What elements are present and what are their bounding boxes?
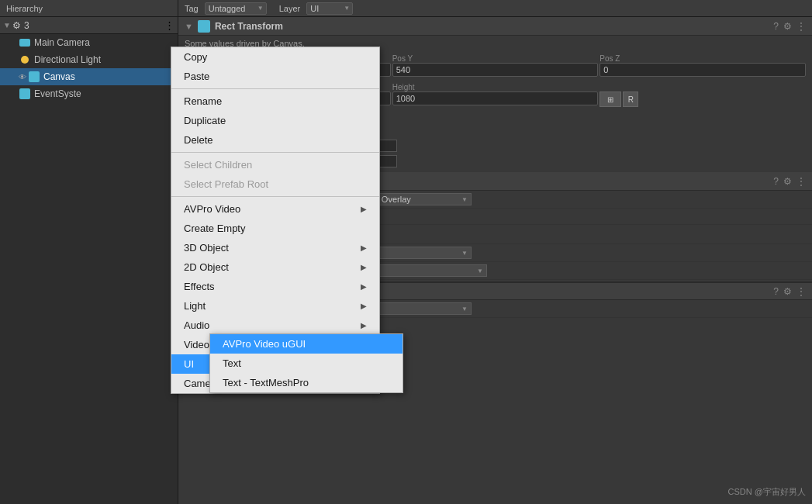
rect-transform-icon — [198, 20, 210, 33]
layer-dropdown[interactable]: UI — [306, 2, 353, 15]
scene-icon: ⚙ — [12, 20, 21, 31]
pos-z-label: Pos Z — [599, 54, 806, 63]
ctx-copy[interactable]: Copy — [171, 47, 379, 67]
hierarchy-item-canvas[interactable]: 👁 Canvas — [0, 68, 178, 85]
scene-dots-icon[interactable]: ⋮ — [164, 19, 174, 31]
ctx-2d-object[interactable]: 2D Object ▶ — [171, 257, 379, 277]
canvas-scaler-settings-icon[interactable]: ⚙ — [783, 286, 792, 297]
ctx-paste[interactable]: Paste — [171, 67, 379, 86]
ctx-avpro-video[interactable]: AVPro Video ▶ — [171, 199, 379, 219]
ctx-select-children-label: Select Children — [184, 159, 252, 171]
ctx-light[interactable]: Light ▶ — [171, 296, 379, 316]
ctx-sep-2 — [171, 152, 379, 153]
ctx-light-arrow-icon: ▶ — [361, 302, 367, 310]
ctx-rename-label: Rename — [184, 95, 222, 107]
ctx-light-label: Light — [184, 300, 206, 312]
stretch-icon: ⊞ — [607, 95, 613, 104]
height-label: Height — [392, 83, 599, 91]
canvas-cube-icon — [28, 71, 40, 83]
hierarchy-item-label: Canvas — [43, 71, 75, 82]
canvas-component-actions: ? ⚙ ⋮ — [773, 176, 806, 187]
ctx-duplicate[interactable]: Duplicate — [171, 111, 379, 130]
hierarchy-item-label: Directional Light — [34, 54, 101, 65]
submenu-item-avpro-ugui[interactable]: AVPro Video uGUI — [210, 334, 403, 354]
ctx-effects-label: Effects — [184, 281, 215, 292]
hierarchy-item-eventsystem[interactable]: EventSyste — [0, 85, 178, 102]
canvas-scaler-actions: ? ⚙ ⋮ — [773, 286, 806, 297]
hierarchy-item-label: Main Camera — [34, 37, 90, 48]
ctx-rename[interactable]: Rename — [171, 91, 379, 111]
ctx-select-children: Select Children — [171, 155, 379, 174]
pos-z-field: Pos Z 0 — [599, 54, 806, 77]
submenu-text-label: Text — [223, 357, 241, 369]
ctx-3d-object-label: 3D Object — [184, 242, 229, 254]
canvas-more-icon[interactable]: ⋮ — [796, 176, 806, 187]
rect-transform-header: ▼ Rect Transform ? ⚙ ⋮ — [178, 17, 812, 36]
ctx-duplicate-label: Duplicate — [184, 115, 226, 126]
ctx-create-empty[interactable]: Create Empty — [171, 219, 379, 238]
ctx-audio-arrow-icon: ▶ — [361, 321, 367, 330]
watermark: CSDN @宇宙好男人 — [728, 486, 806, 498]
ctx-video-label: Video — [184, 339, 209, 350]
ctx-audio-label: Audio — [184, 319, 209, 331]
reset-icon: R — [628, 95, 634, 104]
hierarchy-item-main-camera[interactable]: Main Camera — [0, 34, 178, 51]
height-field: Height 1080 — [392, 83, 599, 107]
canvas-settings-icon[interactable]: ⚙ — [783, 176, 792, 187]
ctx-select-prefab-root-label: Select Prefab Root — [184, 178, 268, 190]
canvas-scaler-more-icon[interactable]: ⋮ — [796, 286, 806, 297]
hierarchy-item-directional-light[interactable]: Directional Light — [0, 51, 178, 68]
ctx-3d-arrow-icon: ▶ — [361, 243, 367, 252]
ctx-3d-object[interactable]: 3D Object ▶ — [171, 238, 379, 257]
submenu-item-textmeshpro[interactable]: Text - TextMeshPro — [210, 373, 403, 392]
scene-arrow-icon: ▼ — [3, 21, 11, 29]
ctx-delete-label: Delete — [184, 134, 213, 146]
more-icon[interactable]: ⋮ — [796, 21, 806, 32]
ctx-select-prefab-root: Select Prefab Root — [171, 174, 379, 194]
submenu-textmeshpro-label: Text - TextMeshPro — [223, 377, 309, 388]
submenu-item-text[interactable]: Text — [210, 354, 403, 373]
visibility-eye-icon[interactable]: 👁 — [19, 73, 26, 81]
ctx-effects[interactable]: Effects ▶ — [171, 277, 379, 296]
help-icon[interactable]: ? — [773, 21, 779, 32]
layer-label: Layer — [279, 4, 301, 13]
scene-name: 3 — [24, 20, 29, 31]
ctx-2d-arrow-icon: ▶ — [361, 263, 367, 271]
reset-button[interactable]: R — [623, 91, 638, 107]
ctx-avpro-video-label: AVPro Video — [184, 203, 240, 215]
stretch-buttons: ⊞ R — [599, 83, 806, 107]
ctx-delete[interactable]: Delete — [171, 130, 379, 150]
ctx-avpro-arrow-icon: ▶ — [361, 205, 367, 213]
scene-row[interactable]: ▼ ⚙ 3 ⋮ — [0, 17, 178, 34]
hierarchy-item-label: EventSyste — [34, 88, 81, 99]
rect-transform-title: Rect Transform — [215, 21, 773, 32]
hierarchy-title: Hierarchy — [6, 4, 43, 13]
tag-dropdown[interactable]: Untagged — [205, 2, 267, 15]
settings-icon[interactable]: ⚙ — [783, 21, 792, 32]
pos-y-value[interactable]: 540 — [392, 63, 599, 77]
ctx-sep-1 — [171, 88, 379, 89]
canvas-scaler-help-icon[interactable]: ? — [773, 286, 779, 297]
ctx-effects-arrow-icon: ▶ — [361, 282, 367, 291]
component-actions: ? ⚙ ⋮ — [773, 21, 806, 32]
ctx-audio[interactable]: Audio ▶ — [171, 316, 379, 335]
light-icon — [19, 54, 31, 66]
pos-z-value[interactable]: 0 — [599, 63, 806, 77]
submenu-avpro-ugui-label: AVPro Video uGUI — [223, 338, 306, 350]
canvas-help-icon[interactable]: ? — [773, 176, 779, 187]
pos-y-label: Pos Y — [392, 54, 599, 63]
ctx-create-empty-label: Create Empty — [184, 223, 245, 234]
height-value[interactable]: 1080 — [392, 91, 599, 105]
expand-arrow-icon[interactable]: ▼ — [185, 22, 193, 31]
ctx-ui-label: UI — [184, 358, 194, 370]
tag-label: Tag — [185, 4, 199, 13]
ctx-sep-3 — [171, 196, 379, 197]
ctx-2d-object-label: 2D Object — [184, 261, 229, 273]
camera-icon — [19, 36, 31, 49]
ctx-copy-label: Copy — [184, 51, 207, 63]
pos-y-field: Pos Y 540 — [392, 54, 599, 77]
stretch-button[interactable]: ⊞ — [599, 91, 621, 107]
hierarchy-panel: Hierarchy ▼ ⚙ 3 ⋮ Main Camera Directiona… — [0, 0, 178, 504]
hierarchy-header: Hierarchy — [0, 0, 178, 17]
ctx-paste-label: Paste — [184, 71, 209, 82]
